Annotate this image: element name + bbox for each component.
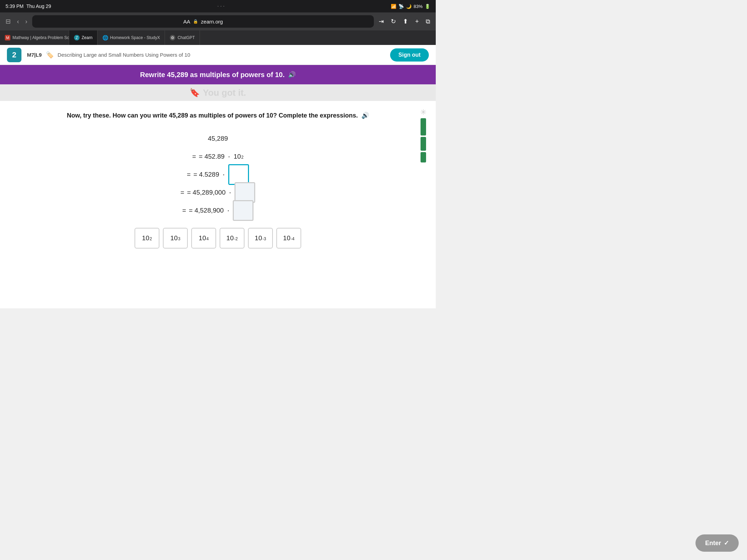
- main-content: ✳ Now, try these. How can you write 45,2…: [0, 101, 436, 308]
- deco-bar-1: [421, 118, 426, 136]
- aa-label: AA: [183, 19, 190, 25]
- battery-icon: 🔋: [425, 4, 430, 9]
- instruction-text: Now, try these. How can you write 45,289…: [21, 111, 415, 120]
- banner-text: Rewrite 45,289 as multiples of powers of…: [140, 71, 285, 79]
- status-bar: 5:39 PM Thu Aug 29 ··· 📶 📡 🌙 83% 🔋: [0, 0, 436, 12]
- tabs-bar: M Mathway | Algebra Problem So... ✕ Z Ze…: [0, 30, 436, 45]
- purple-banner: Rewrite 45,289 as multiples of powers of…: [0, 65, 436, 84]
- battery: 83%: [414, 4, 423, 9]
- math-row-1: = = 452.89 · 102: [192, 148, 244, 166]
- math-block: 45,289 = = 452.89 · 102 = = 4.5289 · = =…: [21, 130, 415, 220]
- tab-chatgpt-label: ChatGPT: [177, 35, 195, 40]
- success-bookmark-icon: 🔖: [190, 88, 200, 97]
- lesson-code: M7|L9: [27, 52, 42, 58]
- math-row-2: = = 4.5289 ·: [187, 166, 249, 184]
- lesson-bookmark-icon: 🏷️: [46, 51, 54, 59]
- tile-10-neg4[interactable]: 10-4: [276, 228, 301, 249]
- new-tab-button[interactable]: +: [414, 17, 420, 27]
- tab-homework[interactable]: 🌐 Homework Space - StudyX: [98, 30, 165, 45]
- deco-bar-2: [421, 137, 426, 151]
- tile-10-neg3[interactable]: 10-3: [248, 228, 273, 249]
- tab-homework-label: Homework Space - StudyX: [110, 35, 160, 40]
- deco-bar-3: [421, 152, 426, 162]
- sign-out-button[interactable]: Sign out: [390, 48, 429, 62]
- tab-zearn-label: Zearn: [82, 35, 92, 40]
- forward-button[interactable]: ›: [24, 17, 29, 27]
- tab-zearn[interactable]: Z Zearn: [69, 30, 98, 45]
- zearn-tab-icon: Z: [74, 35, 80, 40]
- answer-box-3[interactable]: [233, 200, 253, 221]
- tile-10-2[interactable]: 102: [135, 228, 159, 249]
- wifi-icon: 📡: [398, 4, 404, 9]
- lesson-info: M7|L9 🏷️ Describing Large and Small Numb…: [27, 51, 385, 59]
- chatgpt-icon: ⚙: [170, 35, 175, 40]
- url: zearn.org: [201, 19, 223, 25]
- tab-mathway[interactable]: M Mathway | Algebra Problem So... ✕: [0, 30, 69, 45]
- tile-10-neg2[interactable]: 10-2: [220, 228, 245, 249]
- status-right: 📶 📡 🌙 83% 🔋: [391, 4, 430, 9]
- instruction-sound-icon[interactable]: 🔊: [361, 112, 369, 119]
- date: Thu Aug 29: [26, 3, 51, 9]
- homework-icon: 🌐: [102, 35, 108, 40]
- browser-actions: ⇥ ↻ ⬆ + ⧉: [377, 16, 432, 27]
- row3-left: = 45,289,000: [187, 189, 225, 196]
- back-button[interactable]: ‹: [16, 17, 20, 27]
- share-tab-button[interactable]: ⇥: [377, 16, 385, 27]
- browser-chrome: ⊟ ‹ › AA 🔒 zearn.org ⇥ ↻ ⬆ + ⧉: [0, 12, 436, 30]
- address-bar[interactable]: AA 🔒 zearn.org: [32, 15, 374, 28]
- reload-button[interactable]: ↻: [389, 16, 397, 27]
- main-number: 45,289: [208, 135, 228, 142]
- tiles-container: 102 103 104 10-2 10-3 10-4: [21, 228, 415, 249]
- math-row-3: = = 45,289,000 ·: [181, 184, 256, 202]
- time: 5:39 PM: [6, 3, 24, 9]
- lesson-title: Describing Large and Small Numbers Using…: [58, 52, 191, 58]
- lock-icon: 🔒: [193, 19, 198, 24]
- tabs-button[interactable]: ⧉: [424, 17, 432, 27]
- sidebar-toggle[interactable]: ⊟: [4, 16, 12, 27]
- status-left: 5:39 PM Thu Aug 29: [6, 3, 51, 9]
- nav-bar: 2 M7|L9 🏷️ Describing Large and Small Nu…: [0, 45, 436, 65]
- tile-10-3[interactable]: 103: [163, 228, 188, 249]
- tab-mathway-label: Mathway | Algebra Problem So...: [12, 35, 69, 40]
- row1-left: = 452.89: [199, 153, 225, 160]
- side-decoration: ✳: [416, 108, 430, 162]
- signal-icon: 📶: [391, 4, 396, 9]
- browser-dots: ···: [217, 3, 224, 9]
- mathway-icon: M: [5, 35, 10, 40]
- row2-left: = 4.5289: [193, 171, 219, 178]
- tile-10-4[interactable]: 104: [191, 228, 216, 249]
- got-it-text: You got it.: [203, 87, 246, 98]
- row4-left: = 4,528,900: [189, 207, 224, 214]
- zearn-logo: 2: [7, 48, 21, 62]
- banner-sound-icon[interactable]: 🔊: [288, 71, 296, 78]
- upload-button[interactable]: ⬆: [402, 16, 409, 27]
- math-row-4: = = 4,528,900 ·: [182, 202, 253, 220]
- row1-power: 102: [233, 153, 243, 160]
- moon-icon: 🌙: [406, 4, 412, 9]
- deco-star: ✳: [420, 108, 426, 117]
- instruction-main: Now, try these. How can you write 45,289…: [67, 112, 358, 119]
- answer-box-1[interactable]: [228, 164, 249, 185]
- answer-box-2[interactable]: [234, 182, 255, 203]
- math-row-number: 45,289: [208, 130, 228, 148]
- tab-chatgpt[interactable]: ⚙ ChatGPT: [165, 30, 200, 45]
- got-it-strip: 🔖 You got it.: [0, 84, 436, 101]
